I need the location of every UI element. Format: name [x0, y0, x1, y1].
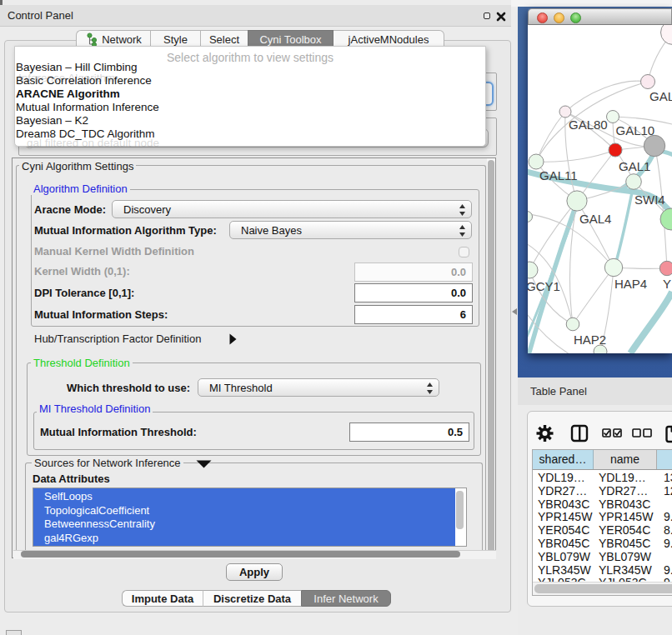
svg-text:GAL4: GAL4	[579, 212, 611, 226]
svg-text:GAL10: GAL10	[616, 123, 655, 138]
svg-text:Y: Y	[663, 277, 671, 291]
svg-text:HAP2: HAP2	[574, 332, 606, 347]
svg-text:HAP4: HAP4	[614, 277, 647, 291]
svg-text:GAL1: GAL1	[619, 159, 650, 173]
svg-text:GAL80: GAL80	[569, 118, 608, 132]
svg-text:SWI4: SWI4	[634, 192, 665, 207]
svg-text:GCY1: GCY1	[528, 279, 560, 293]
svg-text:GAL11: GAL11	[539, 168, 578, 182]
svg-text:GAL2: GAL2	[649, 89, 672, 103]
